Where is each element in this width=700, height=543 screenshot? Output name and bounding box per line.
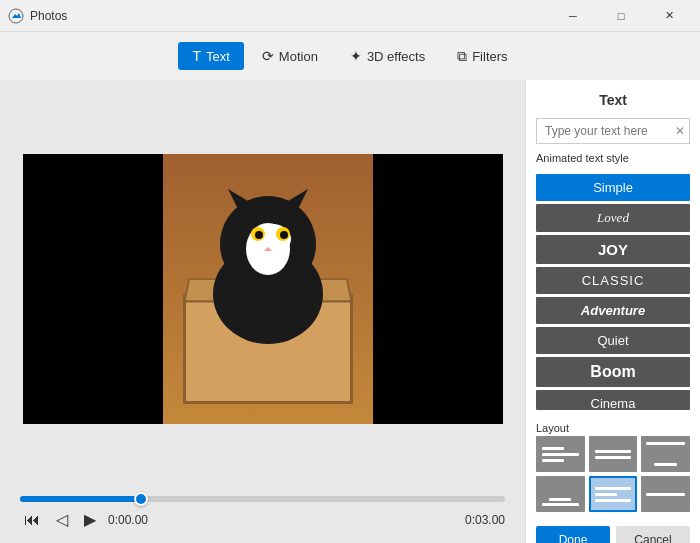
toolbar: T Text ⟳ Motion ✦ 3D effects ⧉ Filters: [0, 32, 700, 80]
panel-title: Text: [536, 92, 690, 108]
layout-line: [646, 493, 685, 496]
style-simple[interactable]: Simple: [536, 174, 690, 201]
layout-line: [542, 459, 564, 462]
text-input-container: ✕: [536, 118, 690, 144]
video-frame: [23, 154, 503, 424]
layout-line: [654, 463, 677, 466]
motion-icon: ⟳: [262, 48, 274, 64]
style-joy[interactable]: JOY: [536, 235, 690, 264]
right-letterbox: [373, 154, 503, 424]
controls-area: ⏮ ◁ ▶ 0:00.00 0:03.00: [20, 488, 505, 543]
layout-lines-2: [591, 446, 636, 463]
main-area: ⏮ ◁ ▶ 0:00.00 0:03.00 Text ✕ Animated te…: [0, 80, 700, 543]
left-letterbox: [23, 154, 163, 424]
style-quiet[interactable]: Quiet: [536, 327, 690, 354]
layout-option-1[interactable]: [536, 436, 585, 472]
total-time: 0:03.00: [465, 513, 505, 527]
svg-point-8: [255, 231, 263, 239]
app-title: Photos: [30, 9, 550, 23]
style-list: Simple Loved JOY CLASSIC Adventure Quiet…: [536, 174, 690, 410]
cat-image: [163, 154, 373, 424]
current-time: 0:00.00: [108, 513, 148, 527]
layout-line: [595, 499, 632, 502]
playback-controls: ⏮ ◁ ▶ 0:00.00 0:03.00: [20, 508, 505, 531]
cat-svg: [193, 184, 343, 344]
right-panel: Text ✕ Animated text style Simple Loved …: [525, 80, 700, 543]
rewind-button[interactable]: ⏮: [20, 509, 44, 531]
layout-label: Layout: [536, 422, 690, 434]
layout-line: [595, 456, 632, 459]
done-button[interactable]: Done: [536, 526, 610, 543]
layout-option-6[interactable]: [641, 476, 690, 512]
layout-line: [542, 447, 564, 450]
layout-section: Layout: [536, 422, 690, 512]
filters-tool-button[interactable]: ⧉ Filters: [443, 42, 521, 71]
app-icon: [8, 8, 24, 24]
progress-bar[interactable]: [20, 496, 505, 502]
clear-text-icon[interactable]: ✕: [675, 124, 685, 138]
text-input[interactable]: [536, 118, 690, 144]
layout-line: [595, 487, 632, 490]
text-tool-button[interactable]: T Text: [178, 42, 243, 70]
layout-line: [646, 442, 685, 445]
layout-option-5[interactable]: [589, 476, 638, 512]
filters-tool-label: Filters: [472, 49, 507, 64]
text-tool-label: Text: [206, 49, 230, 64]
style-section-label: Animated text style: [536, 152, 690, 164]
filters-icon: ⧉: [457, 48, 467, 65]
style-loved[interactable]: Loved: [536, 204, 690, 232]
video-container: [20, 90, 505, 488]
video-area: ⏮ ◁ ▶ 0:00.00 0:03.00: [0, 80, 525, 543]
layout-line: [542, 453, 579, 456]
progress-fill: [20, 496, 141, 502]
style-adventure[interactable]: Adventure: [536, 297, 690, 324]
title-bar: Photos ─ □ ✕: [0, 0, 700, 32]
step-back-button[interactable]: ◁: [52, 508, 72, 531]
progress-thumb[interactable]: [134, 492, 148, 506]
svg-point-9: [280, 231, 288, 239]
effects-tool-button[interactable]: ✦ 3D effects: [336, 42, 439, 70]
style-boom[interactable]: Boom: [536, 357, 690, 387]
style-classic[interactable]: CLASSIC: [536, 267, 690, 294]
motion-tool-label: Motion: [279, 49, 318, 64]
style-cinema[interactable]: Cinema: [536, 390, 690, 410]
layout-line: [595, 450, 632, 453]
layout-option-2[interactable]: [589, 436, 638, 472]
effects-tool-label: 3D effects: [367, 49, 425, 64]
maximize-button[interactable]: □: [598, 0, 644, 32]
window-controls: ─ □ ✕: [550, 0, 692, 32]
effects-icon: ✦: [350, 48, 362, 64]
action-buttons: Done Cancel: [536, 520, 690, 543]
layout-line: [549, 498, 571, 501]
layout-grid: [536, 436, 690, 512]
layout-line: [542, 503, 579, 506]
layout-lines-5: [591, 483, 636, 506]
layout-option-3[interactable]: [641, 436, 690, 472]
layout-line: [595, 493, 617, 496]
play-button[interactable]: ▶: [80, 508, 100, 531]
layout-lines-1: [538, 443, 583, 466]
close-button[interactable]: ✕: [646, 0, 692, 32]
minimize-button[interactable]: ─: [550, 0, 596, 32]
text-icon: T: [192, 48, 201, 64]
cancel-button[interactable]: Cancel: [616, 526, 690, 543]
layout-option-4[interactable]: [536, 476, 585, 512]
motion-tool-button[interactable]: ⟳ Motion: [248, 42, 332, 70]
